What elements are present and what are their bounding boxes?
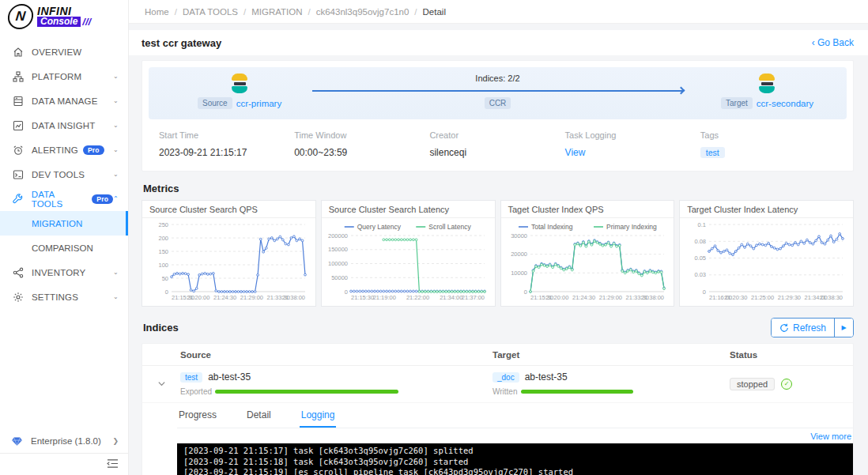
info-field-tags: Tagstest [700,130,836,158]
breadcrumb-separator: / [308,7,311,17]
svg-text:21:24:30: 21:24:30 [213,294,236,301]
svg-text:21:38:30: 21:38:30 [820,294,843,301]
status-badge: stopped [730,378,775,390]
breadcrumb-item: Detail [423,7,446,17]
wrench-icon [12,193,24,205]
sidebar-menu: OVERVIEWPLATFORM⌄DATA MANAGE⌄DATA INSIGH… [0,33,128,429]
sidebar-item-dev-tools[interactable]: DEV TOOLS⌄ [0,162,128,187]
info-label: Task Logging [565,130,700,140]
go-back-link[interactable]: ‹ Go Back [812,37,854,48]
svg-text:150000: 150000 [328,246,348,253]
info-field-task-logging: Task LoggingView [565,130,700,158]
pro-badge: Pro [83,145,104,155]
target-cluster-name[interactable]: ccr-secondary [757,99,813,108]
row-expander[interactable] [142,379,180,388]
logo-mark-icon: N [6,4,34,29]
source-index-badge: test [180,372,202,383]
info-value: View [565,147,700,158]
svg-text:Query Latency: Query Latency [357,223,402,231]
tab-logging[interactable]: Logging [300,403,337,428]
sidebar-item-label: OVERVIEW [32,47,81,57]
col-status: Status [730,350,853,360]
sidebar-item-label: INVENTORY [32,268,85,277]
source-cluster-name[interactable]: ccr-primary [236,99,282,108]
breadcrumb-item[interactable]: Home [145,7,169,17]
sidebar-item-label: DEV TOOLS [32,170,85,179]
sidebar-item-label: DATA MANAGE [32,96,98,106]
svg-text:21:29:00: 21:29:00 [240,294,263,301]
svg-text:0.03: 0.03 [695,271,707,278]
svg-text:21:38:00: 21:38:00 [640,294,663,301]
svg-text:0.1: 0.1 [698,221,706,228]
database-icon [12,95,24,107]
svg-text:21:29:30: 21:29:30 [778,294,801,301]
chevron-down-icon: ⌄ [113,122,119,129]
chevron-down-icon: ⌄ [113,293,119,300]
info-label: Creator [429,130,564,140]
sidebar-item-migration[interactable]: MIGRATION [0,211,128,236]
breadcrumb-item[interactable]: MIGRATION [251,7,302,17]
svg-text:10000: 10000 [511,270,527,277]
sidebar-item-alerting[interactable]: ALERTINGPro⌄ [0,138,128,162]
svg-text:21:37:00: 21:37:00 [462,294,485,301]
sidebar-item-data-manage[interactable]: DATA MANAGE⌄ [0,89,128,113]
sidebar-item-platform[interactable]: PLATFORM⌄ [0,64,128,89]
sidebar-item-comparison[interactable]: COMPARISON [0,236,128,260]
app-root: N INFINI Console /// OVERVIEWPLATFORM⌄DA… [0,0,868,475]
sidebar-item-settings[interactable]: SETTINGS⌄ [0,285,128,309]
exported-label: Exported [180,387,212,396]
tab-progress[interactable]: Progress [177,403,218,428]
svg-text:21:24:30: 21:24:30 [572,294,594,301]
svg-text:100000: 100000 [328,260,348,267]
info-value: test [700,147,836,158]
view-more-link[interactable]: View more [810,432,851,441]
logo-product: Console [37,17,81,27]
check-circle-icon: ✓ [781,379,792,390]
chart-plot: 00.030.050.080.121:16:0021:20:3021:25:00… [680,218,853,306]
task-info-grid: Start Time2023-09-21 21:15:17Time Window… [149,119,847,171]
sidebar-item-data-tools[interactable]: DATA TOOLSPro⌃ [0,187,128,211]
sidebar-item-overview[interactable]: OVERVIEW [0,40,128,64]
sidebar-item-label: ALERTING [32,145,78,155]
info-label: Tags [700,130,836,140]
target-cluster: Target ccr-secondary [721,74,813,109]
svg-text:30000: 30000 [511,232,527,239]
refresh-button-group: Refresh ▶ [771,318,854,337]
breadcrumb-item[interactable]: ck643nl3q95ovjg7c1n0 [316,7,409,17]
metrics-heading: Metrics [143,183,179,194]
chevron-down-icon: ⌄ [113,171,119,178]
chart-plot: 010000200003000021:15:3021:20:0021:24:30… [501,218,674,306]
logo-brand: INFINI [37,6,91,16]
enterprise-version[interactable]: Enterprise (1.8.0) ❯ [0,429,128,453]
logo-slashes: /// [82,17,91,27]
refresh-menu-button[interactable]: ▶ [834,319,853,337]
metric-chart-card: Source Cluster Search Latency05000010000… [321,200,496,307]
content: Source ccr-primary Indices: 2/2 CCR [129,55,868,475]
breadcrumb-item[interactable]: DATA TOOLS [183,7,238,17]
menu-fold-icon[interactable] [107,458,119,472]
info-value: silenceqi [429,147,564,158]
log-console: [2023-09-21 21:15:17] task [ck643ot3q95o… [177,443,853,475]
source-index-name: ab-test-35 [208,371,251,383]
chevron-down-icon: ⌄ [113,73,119,80]
tag-chip: test [700,147,725,158]
info-value: 2023-09-21 21:15:17 [159,147,294,158]
refresh-button[interactable]: Refresh [772,319,834,337]
svg-text:0.05: 0.05 [695,254,707,262]
svg-text:Total Indexing: Total Indexing [531,223,573,231]
chart-title: Target Cluster Index Latency [680,201,853,218]
task-logging-view-link[interactable]: View [565,147,586,158]
svg-text:20000: 20000 [511,251,527,258]
sidebar-item-data-insight[interactable]: DATA INSIGHT⌄ [0,113,128,138]
topbar: Home/DATA TOOLS/MIGRATION/ck643nl3q95ovj… [129,0,868,24]
main-area: Home/DATA TOOLS/MIGRATION/ck643nl3q95ovj… [129,0,868,475]
tab-detail[interactable]: Detail [245,403,273,428]
share-icon [12,266,24,278]
sidebar-item-label: DATA TOOLS [32,190,88,209]
svg-text:200000: 200000 [328,232,348,239]
target-index-badge: _doc [492,372,519,383]
sidebar-item-inventory[interactable]: INVENTORY⌄ [0,260,128,285]
logo[interactable]: N INFINI Console /// [0,0,128,33]
svg-text:150: 150 [158,248,168,255]
written-label: Written [492,387,518,396]
